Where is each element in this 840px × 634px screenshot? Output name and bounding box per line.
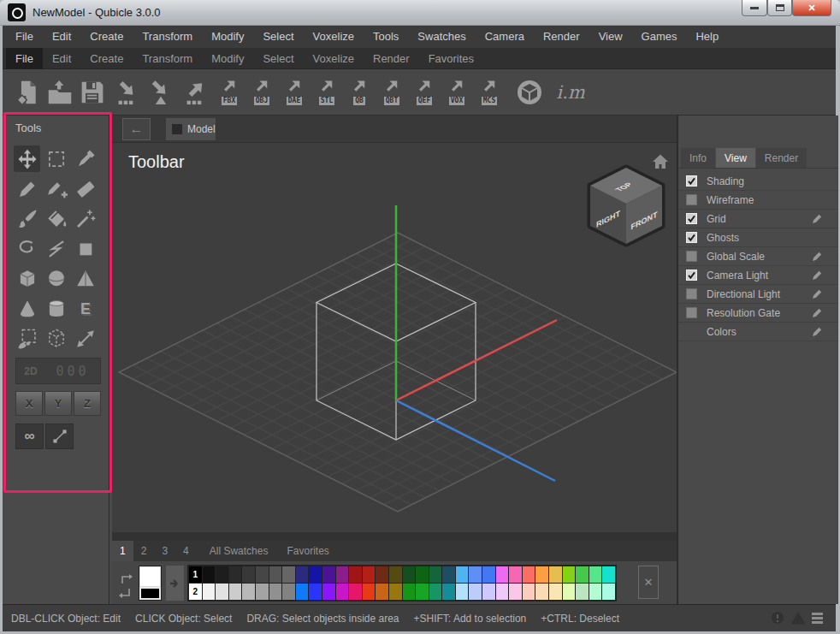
export-fbx-button[interactable]: FBX <box>216 75 242 110</box>
secondary-color-swatch[interactable] <box>139 587 161 600</box>
pyramid-tool-button[interactable] <box>72 265 98 292</box>
rect-select-tool-button[interactable] <box>43 145 69 172</box>
swatch-cell[interactable] <box>442 566 455 583</box>
menu-edit[interactable]: Edit <box>43 26 80 48</box>
tab-view[interactable]: View <box>716 148 755 168</box>
swatch-cell[interactable] <box>523 566 535 583</box>
swatch-cell[interactable] <box>496 584 509 600</box>
eraser-tool-button[interactable] <box>72 175 98 202</box>
menu-swatches[interactable]: Swatches <box>408 26 475 48</box>
polyline-tool-button[interactable] <box>43 235 69 262</box>
swatch-cell[interactable] <box>363 566 376 583</box>
swatch-cell[interactable] <box>576 584 589 600</box>
swatch-cell[interactable] <box>549 566 562 583</box>
swatch-tab-favorites[interactable]: Favorites <box>279 541 336 561</box>
swatch-cell[interactable] <box>429 584 442 600</box>
move-tool-button[interactable] <box>14 145 40 172</box>
swap-colors-icon[interactable] <box>117 572 134 601</box>
swatch-cell[interactable] <box>589 584 602 600</box>
magic-wand-tool-button[interactable] <box>72 205 98 232</box>
axis-x-button[interactable]: X <box>15 391 43 416</box>
swatch-cell[interactable] <box>429 566 442 583</box>
box-tool-button[interactable] <box>14 265 40 292</box>
swatch-tab-1[interactable]: 1 <box>112 541 133 561</box>
cylinder-tool-button[interactable] <box>43 295 69 322</box>
ctx-menu-voxelize[interactable]: Voxelize <box>304 48 364 69</box>
swatch-cell[interactable] <box>482 566 495 583</box>
swatch-tab-all[interactable]: All Swatches <box>202 541 276 561</box>
export-qbt-button[interactable]: QBT <box>379 75 405 110</box>
swatch-cell[interactable] <box>256 584 269 600</box>
pencil-tool-button[interactable] <box>14 175 40 202</box>
menu-render[interactable]: Render <box>534 26 589 48</box>
ctx-menu-file[interactable]: File <box>6 48 43 69</box>
menu-help[interactable]: Help <box>686 26 728 48</box>
fill-tool-button[interactable] <box>43 205 69 232</box>
swatch-cell[interactable] <box>322 566 335 583</box>
edit-pencil-icon[interactable] <box>811 251 823 263</box>
edit-pencil-icon[interactable] <box>811 326 823 338</box>
mirror-mode-button[interactable]: ∞ <box>15 424 44 449</box>
swatch-cell[interactable] <box>549 584 562 600</box>
swatch-tab-3[interactable]: 3 <box>154 541 175 561</box>
export-obj-button[interactable]: OBJ <box>249 75 275 110</box>
maximize-button[interactable] <box>767 0 792 16</box>
new-file-button[interactable] <box>15 75 40 110</box>
swatch-cell[interactable] <box>563 566 576 583</box>
import-mesh-button[interactable] <box>148 75 174 110</box>
swatch-cell[interactable] <box>363 584 376 600</box>
export-mcs-button[interactable]: MCS <box>476 75 502 110</box>
swatch-cell[interactable] <box>535 584 548 600</box>
ctx-menu-transform[interactable]: Transform <box>133 48 202 69</box>
edit-pencil-icon[interactable] <box>811 213 823 225</box>
swatch-cell[interactable] <box>336 566 349 583</box>
menu-file[interactable]: File <box>6 26 43 48</box>
directional-light-checkbox[interactable] <box>686 288 697 299</box>
menu-tools[interactable]: Tools <box>364 26 408 48</box>
swatch-cell[interactable] <box>509 584 522 600</box>
add-swatch-button[interactable] <box>166 566 184 601</box>
ctx-menu-edit[interactable]: Edit <box>43 48 80 69</box>
swatch-cell[interactable] <box>203 566 216 583</box>
swatch-cell[interactable] <box>403 566 416 583</box>
export-qef-button[interactable]: QEF <box>411 75 437 110</box>
swatch-cell[interactable] <box>576 566 589 583</box>
swatch-cell[interactable] <box>469 566 482 583</box>
import-button[interactable] <box>115 75 141 110</box>
swatch-row-label[interactable]: 1 <box>189 566 202 583</box>
swatch-cell[interactable] <box>602 566 615 583</box>
sphere-tool-button[interactable] <box>43 265 69 292</box>
back-button[interactable]: ← <box>122 118 151 140</box>
swatch-cell[interactable] <box>349 566 362 583</box>
export-stl-button[interactable]: STL <box>314 75 340 110</box>
swatch-cell[interactable] <box>322 584 335 600</box>
edit-pencil-icon[interactable] <box>811 288 823 300</box>
swatch-cell[interactable] <box>482 584 495 600</box>
active-colors[interactable] <box>139 566 162 601</box>
log-menu-icon[interactable] <box>812 613 823 624</box>
swatch-cell[interactable] <box>389 584 402 600</box>
export-button[interactable] <box>184 75 210 110</box>
tab-info[interactable]: Info <box>681 148 715 168</box>
swatch-tab-2[interactable]: 2 <box>133 541 155 561</box>
close-button[interactable]: ✕ <box>792 0 831 16</box>
ctx-menu-modify[interactable]: Modify <box>202 48 253 69</box>
delete-swatch-button[interactable]: ✕ <box>638 566 659 599</box>
shading-checkbox[interactable] <box>686 175 697 187</box>
save-button[interactable] <box>80 75 105 110</box>
edit-pencil-icon[interactable] <box>811 307 823 319</box>
swatch-cell[interactable] <box>229 584 242 600</box>
swatch-cell[interactable] <box>535 566 548 583</box>
swatch-cell[interactable] <box>416 584 429 600</box>
mode-2d-button[interactable]: 2D <box>16 365 45 377</box>
swatch-cell[interactable] <box>309 566 322 583</box>
export-qb-button[interactable]: QB <box>346 75 372 110</box>
swatch-cell[interactable] <box>282 584 295 600</box>
cone-tool-button[interactable] <box>14 295 40 322</box>
curve-tool-button[interactable] <box>14 235 40 262</box>
menu-modify[interactable]: Modify <box>202 26 253 48</box>
swatch-cell[interactable] <box>296 566 309 583</box>
swatch-cell[interactable] <box>256 566 269 583</box>
grid-checkbox[interactable] <box>686 213 697 224</box>
swatch-cell[interactable] <box>336 584 349 600</box>
